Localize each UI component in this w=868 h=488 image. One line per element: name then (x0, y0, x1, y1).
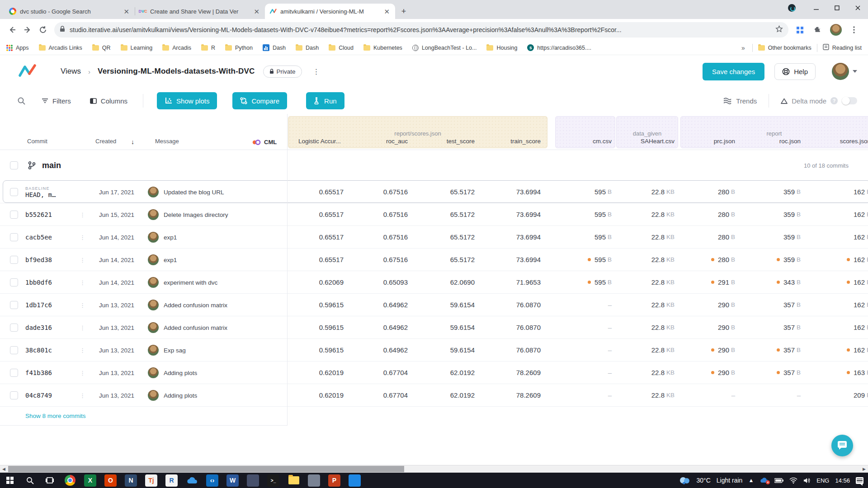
row-checkbox[interactable] (10, 256, 18, 264)
tab-close-icon[interactable]: ✕ (253, 7, 260, 16)
row-menu-icon[interactable]: ⋮ (80, 234, 85, 240)
row-checkbox[interactable] (10, 301, 18, 309)
taskbar-app-file-explorer-icon[interactable] (283, 473, 304, 488)
table-row[interactable]: 1bb0df6⋮Jun 14, 2021experiment with dvc0… (0, 271, 868, 294)
notification-center-icon[interactable] (856, 477, 863, 484)
browser-tab[interactable]: DVCCreate and Share View | Data Ver✕ (135, 4, 265, 19)
col-prc-json[interactable]: prc.json (680, 138, 739, 145)
bookmark-item[interactable]: Apps (6, 45, 29, 51)
table-row[interactable]: 04c8749⋮Jun 13, 2021Adding plots0.620190… (0, 384, 868, 407)
delta-help-icon[interactable]: ? (830, 97, 838, 104)
maximize-button[interactable] (826, 0, 847, 15)
run-button[interactable]: Run (306, 92, 344, 109)
scroll-left-arrow[interactable]: ◀ (0, 465, 8, 473)
col-scores-json[interactable]: scores.json (804, 138, 868, 145)
table-row[interactable]: dade316⋮Jun 13, 2021Added confusion matr… (0, 316, 868, 339)
bookmarks-overflow-chevron[interactable]: » (741, 44, 745, 52)
bookmark-item[interactable]: QR (92, 45, 111, 51)
row-checkbox[interactable] (10, 324, 18, 332)
row-menu-icon[interactable]: ⋮ (80, 279, 85, 286)
row-menu-icon[interactable]: ⋮ (80, 211, 85, 218)
weather-icon[interactable] (678, 476, 691, 485)
bookmark-item[interactable]: Arcadis (162, 45, 191, 51)
weather-temp[interactable]: 30°C (697, 477, 711, 484)
search-icon[interactable] (14, 93, 29, 108)
tab-close-icon[interactable]: ✕ (123, 7, 130, 16)
address-bar[interactable]: studio.iterative.ai/user/amitvkulkarni/v… (54, 22, 788, 38)
row-menu-icon[interactable]: ⋮ (80, 369, 85, 376)
close-button[interactable] (847, 0, 868, 15)
new-tab-button[interactable]: + (398, 5, 410, 17)
recorder-icon[interactable] (788, 4, 796, 12)
tab-close-icon[interactable]: ✕ (383, 7, 391, 16)
taskbar-app-slate-app-icon[interactable] (243, 473, 263, 488)
privacy-badge[interactable]: Private (263, 66, 302, 78)
browser-menu-icon[interactable] (846, 22, 862, 38)
taskbar-app-vscode-icon[interactable]: ‹› (202, 473, 222, 488)
taskbar-app-cloud-app-icon[interactable] (182, 473, 202, 488)
col-logistic-accur-[interactable]: Logistic Accur... (287, 138, 347, 145)
volume-icon[interactable] (803, 478, 811, 483)
user-avatar[interactable] (832, 63, 849, 80)
show-more-commits-link[interactable]: Show 8 more commits (25, 413, 86, 419)
forward-button[interactable] (20, 22, 35, 38)
col-roc-auc[interactable]: roc_auc (347, 138, 411, 145)
bookmark-item[interactable]: R (201, 45, 215, 51)
table-row[interactable]: 38c801c⋮Jun 13, 2021Exp sag0.596150.6496… (0, 339, 868, 361)
table-row[interactable]: b552621⋮Jun 15, 2021Delete Images direct… (0, 203, 868, 226)
taskbar-search-icon[interactable] (20, 473, 40, 488)
row-menu-icon[interactable]: ⋮ (80, 347, 85, 353)
language-indicator[interactable]: ENG (816, 477, 829, 484)
row-menu-icon[interactable]: ⋮ (80, 392, 85, 399)
columns-button[interactable]: Columns (90, 97, 127, 105)
row-menu-icon[interactable]: ⋮ (80, 324, 85, 331)
row-checkbox[interactable] (10, 211, 18, 219)
weather-condition[interactable]: Light rain (717, 477, 743, 484)
row-checkbox[interactable] (10, 233, 18, 241)
taskbar-app-powerpoint-icon[interactable]: P (324, 473, 344, 488)
save-changes-button[interactable]: Save changes (703, 63, 764, 80)
filters-button[interactable]: Filters (42, 97, 71, 105)
branch-name[interactable]: main (42, 161, 61, 170)
horizontal-scrollbar[interactable]: ◀ ▶ (0, 465, 868, 473)
other-bookmarks[interactable]: Other bookmarks (758, 45, 811, 51)
col-cm-csv[interactable]: cm.csv (555, 138, 615, 145)
table-row[interactable]: cacb5ee⋮Jun 14, 2021exp10.655170.6751665… (0, 226, 868, 249)
delta-mode-switch[interactable] (842, 97, 857, 104)
bookmark-item[interactable]: Dash (263, 44, 286, 51)
avatar-caret-icon[interactable] (853, 70, 857, 73)
profile-avatar[interactable] (828, 22, 844, 38)
row-menu-icon[interactable]: ⋮ (80, 301, 85, 308)
taskbar-app-office-icon[interactable]: O (100, 473, 121, 488)
table-row[interactable]: bf9ed38⋮Jun 14, 2021exp10.655170.6751665… (0, 249, 868, 271)
taskbar-app-excel-icon[interactable]: X (80, 473, 100, 488)
refresh-button[interactable] (35, 22, 51, 38)
scrollbar-thumb[interactable] (8, 466, 404, 472)
row-checkbox[interactable] (10, 188, 18, 196)
extensions-puzzle-icon[interactable] (810, 22, 826, 38)
taskbar-app-chrome-icon[interactable] (60, 473, 80, 488)
bookmark-item[interactable]: Arcadis Links (39, 45, 82, 51)
back-button[interactable] (5, 22, 20, 38)
show-plots-button[interactable]: Show plots (157, 92, 217, 109)
taskbar-app-word-icon[interactable]: W (222, 473, 243, 488)
apps-grid-icon[interactable] (792, 22, 807, 38)
bookmark-item[interactable]: Kubernetes (363, 45, 402, 51)
table-row[interactable]: BASELINEHEAD, m…Jun 17, 2021Updated the … (0, 181, 868, 203)
col-test-score[interactable]: test_score (411, 138, 478, 145)
wifi-icon[interactable] (789, 478, 797, 483)
view-menu-icon[interactable]: ⋮ (313, 67, 320, 76)
bookmark-item[interactable]: LongBeachTest - Lo... (412, 45, 477, 51)
col-commit[interactable]: Commit (27, 138, 47, 145)
task-view-icon[interactable] (40, 473, 60, 488)
trends-button[interactable]: Trends (723, 97, 757, 105)
table-row[interactable]: f41b386⋮Jun 13, 2021Adding plots0.620190… (0, 361, 868, 384)
col-cml[interactable]: CML (251, 139, 277, 145)
breadcrumb-views[interactable]: Views (61, 67, 81, 76)
table-row[interactable]: 1db17c6⋮Jun 13, 2021Added confusion matr… (0, 294, 868, 316)
bookmark-item[interactable]: Housing (486, 45, 517, 51)
compare-button[interactable]: Compare (232, 92, 287, 109)
col-saheart-csv[interactable]: SAHeart.csv (616, 138, 678, 145)
row-checkbox[interactable] (10, 346, 18, 354)
col-created[interactable]: Created (95, 138, 116, 145)
